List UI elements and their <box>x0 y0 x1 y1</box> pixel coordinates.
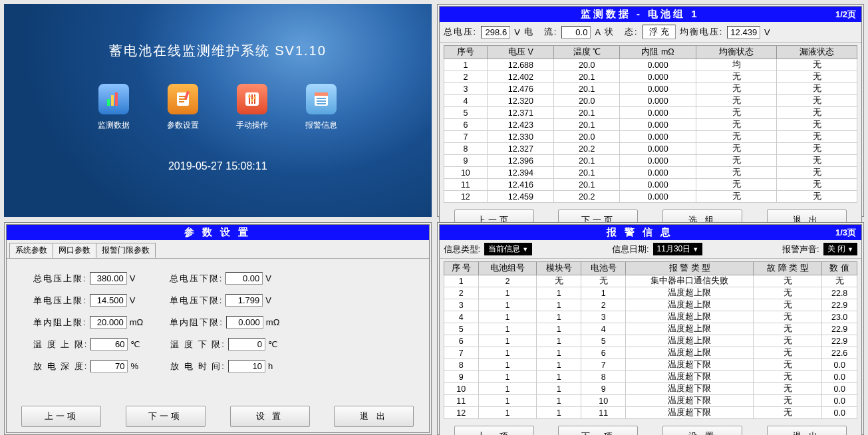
state-value: 浮 充 <box>643 25 676 39</box>
params-tabs: 系统参数 网口参数 报警门限参数 <box>7 240 429 259</box>
monitor-panel: 监测数据 - 电池组 1 1/2页 总电压: 298.6 V 电 流: 0.0 … <box>437 4 865 217</box>
table-row: 10119温度超下限无0.0 <box>444 383 857 395</box>
table-row: 1112.41620.10.000无无 <box>444 179 857 191</box>
main-menu: 监测数据 参数设置 手动操作 报警信息 <box>98 84 337 131</box>
param-input[interactable]: 70 <box>90 360 128 372</box>
menu-manual[interactable]: 手动操作 <box>236 84 268 131</box>
alarm-page: 1/3页 <box>835 227 856 239</box>
monitor-table: 序号电压 V温度 ℃内阻 mΩ均衡状态漏液状态 112.68820.00.000… <box>444 45 858 203</box>
monitor-summary: 总电压: 298.6 V 电 流: 0.0 A 状 态: 浮 充 均衡电压: 1… <box>440 22 862 43</box>
avg-voltage: 12.439 <box>727 26 760 39</box>
table-row: 112.68820.00.000均无 <box>444 59 857 71</box>
param-input[interactable]: 0.000 <box>226 316 263 329</box>
table-row: 3112温度超上限无22.9 <box>444 299 857 311</box>
next-item-button[interactable]: 下一项 <box>126 406 206 427</box>
param-input[interactable]: 0.00 <box>225 272 263 285</box>
table-row: 1212.45920.20.000无无 <box>444 191 857 203</box>
table-row: 12无无集中器串口通信失败无无 <box>444 275 857 287</box>
param-input[interactable]: 10 <box>228 360 265 372</box>
params-form: 总电压上限:380.00V总电压下限:0.00V单电压上限:14.500V单电压… <box>7 259 429 400</box>
table-row: 6115温度超上限无22.9 <box>444 335 857 347</box>
set-button[interactable]: 设 置 <box>662 426 742 435</box>
param-input[interactable]: 14.500 <box>90 294 127 307</box>
splash-panel: 蓄电池在线监测维护系统 SV1.10 监测数据 参数设置 手动操作 <box>4 4 432 217</box>
alarm-titlebar: 报 警 信 息 1/3页 <box>440 225 862 240</box>
params-titlebar: 参 数 设 置 <box>7 225 429 240</box>
param-input[interactable]: 380.00 <box>90 272 127 285</box>
total-voltage: 298.6 <box>481 26 510 39</box>
tab-alarm-limits[interactable]: 报警门限参数 <box>96 243 156 258</box>
table-row: 412.32020.00.000无无 <box>444 95 857 107</box>
monitor-titlebar: 监测数据 - 电池组 1 1/2页 <box>440 7 862 22</box>
exit-button[interactable]: 退 出 <box>334 406 414 427</box>
table-row: 812.32720.20.000无无 <box>444 143 857 155</box>
svg-point-12 <box>248 95 251 98</box>
alarm-table: 序 号电池组号模块号电池号报 警 类 型故 障 类 型数 值 12无无集中器串口… <box>444 261 858 419</box>
monitor-page: 1/2页 <box>835 9 856 21</box>
table-row: 9118温度超下限无0.0 <box>444 371 857 383</box>
svg-rect-16 <box>315 92 328 96</box>
chart-icon <box>98 84 129 114</box>
table-row: 121111温度超下限无0.0 <box>444 407 857 419</box>
alarm-panel: 报 警 信 息 1/3页 信息类型: 当前信息 信息日期: 11月30日 报警声… <box>437 222 865 435</box>
app-title: 蓄电池在线监测维护系统 SV1.10 <box>109 42 327 60</box>
menu-monitor[interactable]: 监测数据 <box>98 84 130 131</box>
table-row: 712.33020.00.000无无 <box>444 131 857 143</box>
param-input[interactable]: 60 <box>90 338 128 351</box>
table-row: 212.40220.10.000无无 <box>444 71 857 83</box>
table-row: 1012.39420.10.000无无 <box>444 167 857 179</box>
svg-point-13 <box>251 99 253 102</box>
tab-system[interactable]: 系统参数 <box>9 243 53 258</box>
param-input[interactable]: 20.000 <box>90 316 127 329</box>
info-date-select[interactable]: 11月30日 <box>653 243 703 255</box>
table-row: 512.37120.10.000无无 <box>444 107 857 119</box>
svg-rect-2 <box>115 92 118 106</box>
table-row: 7116温度超上限无22.6 <box>444 347 857 359</box>
info-type-select[interactable]: 当前信息 <box>484 243 532 255</box>
menu-alarm[interactable]: 报警信息 <box>305 84 337 131</box>
next-item-button[interactable]: 下一项 <box>558 426 638 435</box>
table-row: 612.42320.10.000无无 <box>444 119 857 131</box>
table-row: 5114温度超上限无22.9 <box>444 323 857 335</box>
exit-button[interactable]: 退 出 <box>767 426 847 435</box>
tab-network[interactable]: 网口参数 <box>53 243 96 258</box>
table-row: 2111温度超上限无22.8 <box>444 287 857 299</box>
notepad-icon <box>168 84 198 114</box>
set-button[interactable]: 设 置 <box>230 406 310 427</box>
table-row: 8117温度超下限无0.0 <box>444 359 857 371</box>
alarm-filters: 信息类型: 当前信息 信息日期: 11月30日 报警声音: 关 闭 <box>440 240 862 259</box>
table-row: 312.47620.10.000无无 <box>444 83 857 95</box>
prev-item-button[interactable]: 上一项 <box>454 426 534 435</box>
alarm-sound-select[interactable]: 关 闭 <box>823 243 857 255</box>
param-input[interactable]: 1.799 <box>225 294 263 307</box>
prev-item-button[interactable]: 上一项 <box>21 406 101 427</box>
svg-rect-0 <box>107 99 110 106</box>
param-input[interactable]: 0 <box>228 338 265 351</box>
datetime-display: 2019-05-27 15:08:11 <box>168 160 267 172</box>
table-row: 4113温度超上限无23.0 <box>444 311 857 323</box>
params-panel: 参 数 设 置 系统参数 网口参数 报警门限参数 总电压上限:380.00V总电… <box>4 222 432 435</box>
current-value: 0.0 <box>561 26 591 39</box>
list-icon <box>306 84 337 114</box>
table-row: 111110温度超下限无0.0 <box>444 395 857 407</box>
sliders-icon <box>237 84 267 114</box>
menu-params[interactable]: 参数设置 <box>167 84 199 131</box>
table-row: 912.39620.10.000无无 <box>444 155 857 167</box>
svg-rect-1 <box>111 95 114 106</box>
svg-point-14 <box>253 96 256 99</box>
